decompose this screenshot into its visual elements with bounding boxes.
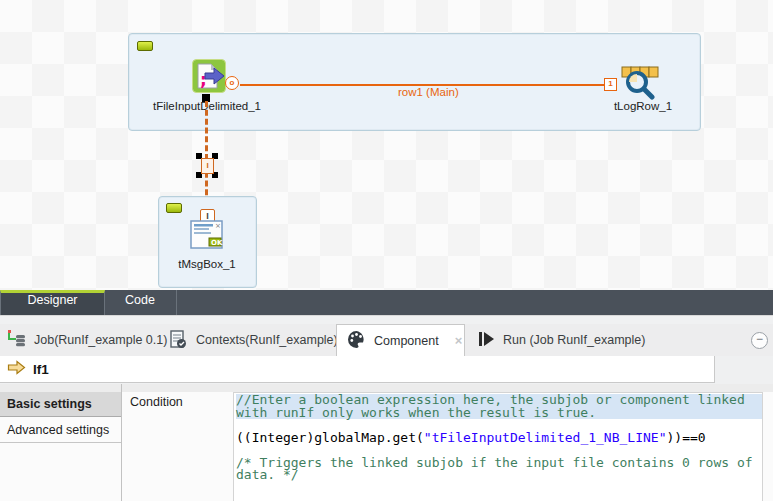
tlogrow-label: tLogRow_1 — [608, 100, 678, 112]
minimize-panel-button[interactable]: − — [751, 332, 768, 349]
panel-title: If1 — [33, 362, 49, 377]
subjob-collapse-button[interactable] — [137, 41, 153, 51]
component-palette-icon — [347, 330, 366, 352]
tfileinput-output-port[interactable]: o — [225, 76, 239, 90]
tmsgbox-label: tMsgBox_1 — [160, 258, 254, 270]
view-tab-bar: Job(RunIf_example 0.1) Contexts(RunIf_ex… — [0, 324, 773, 356]
close-icon[interactable]: × — [455, 333, 463, 348]
svg-text:OK: OK — [211, 239, 223, 247]
expression-text: ((Integer)globalMap.get( — [236, 430, 424, 445]
expression-text: ))==0 — [666, 430, 705, 445]
tab-run-label: Run (Job RunIf_example) — [503, 333, 645, 347]
sidebar-item-basic-settings[interactable]: Basic settings — [0, 392, 121, 417]
settings-top-strip — [0, 384, 773, 392]
sidebar-item-advanced-settings[interactable]: Advanced settings — [0, 418, 121, 443]
subjob-collapse-button[interactable] — [166, 203, 182, 213]
job-icon — [6, 329, 26, 352]
editor-tab-bar: Designer Code — [0, 290, 773, 315]
comment-text: /* Triggers the linked subjob if the inp… — [236, 455, 753, 470]
tab-contexts-label: Contexts(RunIf_example) — [196, 333, 338, 347]
row1-connection-label[interactable]: row1 (Main) — [398, 86, 459, 98]
contexts-icon — [168, 329, 188, 352]
tab-job[interactable]: Job(RunIf_example 0.1) — [6, 324, 167, 356]
tmsgbox-icon: × OK — [188, 239, 226, 256]
talend-studio-window: row1 (Main) ; o tFileInputDelimited_1 1 — [0, 0, 773, 501]
tab-contexts[interactable]: Contexts(RunIf_example) — [168, 324, 338, 356]
tlogrow-component[interactable] — [619, 64, 661, 100]
run-icon — [477, 330, 495, 351]
code-line: with runIf only works when the result is… — [236, 407, 762, 420]
sidebar-separator — [121, 384, 122, 501]
tab-run[interactable]: Run (Job RunIf_example) — [477, 324, 645, 356]
condition-label: Condition — [130, 395, 183, 409]
tab-job-label: Job(RunIf_example 0.1) — [34, 333, 167, 347]
code-line: ((Integer)globalMap.get("tFileInputDelim… — [236, 432, 762, 445]
runif-link-label[interactable]: I — [201, 158, 214, 174]
code-line: data. */ — [236, 469, 762, 482]
tab-designer[interactable]: Designer — [0, 290, 105, 315]
tab-code[interactable]: Code — [104, 290, 177, 315]
tfileinputdelimited-component[interactable]: ; — [192, 59, 226, 93]
condition-code-editor[interactable]: //Enter a boolean expression here, the s… — [233, 392, 763, 501]
code-line: /* Triggers the linked subjob if the inp… — [236, 457, 762, 470]
design-canvas[interactable]: row1 (Main) ; o tFileInputDelimited_1 1 — [0, 0, 773, 290]
expression-string: "tFileInputDelimited_1_NB_LINE" — [424, 430, 667, 445]
comment-text: with runIf only works when the result is… — [236, 405, 596, 420]
tab-component-label: Component — [374, 334, 439, 348]
svg-text:×: × — [215, 222, 221, 230]
if-arrow-icon — [7, 360, 26, 379]
tab-component[interactable]: Component × — [336, 324, 465, 356]
tlogrow-input-port[interactable]: 1 — [604, 78, 617, 91]
comment-text: data. */ — [236, 467, 299, 482]
tmsgbox-component[interactable]: × OK — [188, 218, 226, 253]
if-header: If1 — [0, 356, 715, 383]
